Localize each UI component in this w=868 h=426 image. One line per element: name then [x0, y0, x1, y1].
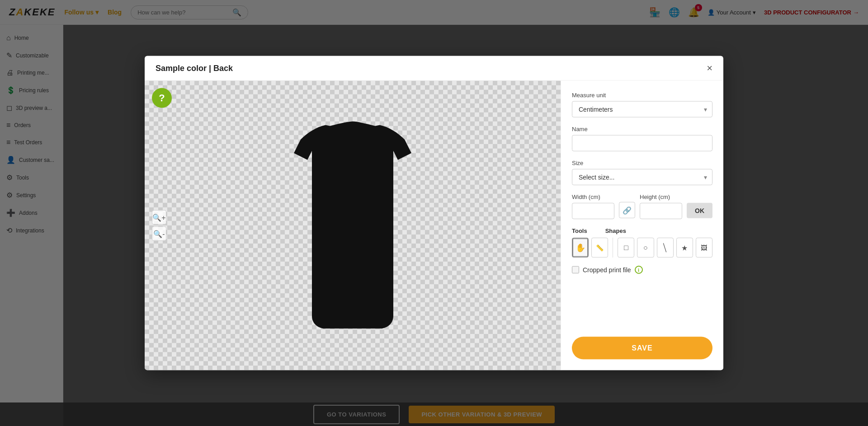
zoom-in-icon: 🔍+ [152, 213, 165, 222]
info-icon[interactable]: i [635, 266, 643, 274]
measure-unit-select[interactable]: Centimeters Inches Pixels [572, 101, 712, 118]
dimensions-row: Width (cm) 🔗 Height (cm) OK [572, 194, 712, 219]
size-field: Size Select size... ▾ [572, 160, 712, 185]
height-label: Height (cm) [640, 194, 682, 200]
modal-header: Sample color | Back × [145, 56, 723, 81]
image-icon: 🖼 [701, 244, 707, 251]
modal-title: Sample color | Back [156, 63, 233, 73]
shirt-preview [276, 117, 429, 334]
modal-body: ? 🔍+ 🔍- Measure uni [145, 81, 723, 370]
modal-close-button[interactable]: × [707, 63, 712, 73]
size-label: Size [572, 160, 712, 166]
name-label: Name [572, 126, 712, 133]
ruler-tool-button[interactable]: 📏 [591, 238, 608, 258]
star-icon: ★ [681, 243, 688, 252]
height-field: Height (cm) [640, 194, 682, 219]
save-button[interactable]: SAVE [572, 337, 712, 360]
square-icon: □ [624, 244, 628, 252]
shapes-label: Shapes [605, 227, 626, 234]
circle-icon: ○ [643, 244, 648, 252]
link-dimensions-button[interactable]: 🔗 [619, 202, 635, 218]
tools-divider [613, 238, 613, 258]
modal-dialog: Sample color | Back × ? 🔍+ 🔍- [145, 56, 723, 370]
tools-row: ✋ 📏 □ ○ ╱ [572, 238, 712, 258]
line-shape-button[interactable]: ╱ [657, 238, 674, 258]
cropped-print-file-checkbox[interactable] [572, 266, 579, 274]
circle-shape-button[interactable]: ○ [637, 238, 654, 258]
height-input[interactable] [640, 203, 682, 219]
cropped-print-file-row: Cropped print file i [572, 266, 712, 274]
hand-icon: ✋ [576, 243, 585, 253]
canvas-area[interactable]: ? 🔍+ 🔍- [145, 81, 561, 370]
measure-unit-label: Measure unit [572, 92, 712, 99]
right-panel: Measure unit Centimeters Inches Pixels ▾… [561, 81, 723, 370]
size-select[interactable]: Select size... [572, 169, 712, 185]
zoom-out-button[interactable]: 🔍- [152, 227, 166, 241]
ok-button[interactable]: OK [687, 203, 712, 218]
hand-tool-button[interactable]: ✋ [572, 238, 589, 258]
name-field: Name [572, 126, 712, 151]
ruler-icon: 📏 [596, 244, 604, 251]
width-field: Width (cm) [572, 194, 614, 219]
measure-unit-select-wrapper: Centimeters Inches Pixels ▾ [572, 101, 712, 118]
square-shape-button[interactable]: □ [618, 238, 634, 258]
tools-header: Tools Shapes [572, 227, 712, 234]
star-shape-button[interactable]: ★ [676, 238, 693, 258]
link-icon: 🔗 [623, 206, 632, 214]
name-input[interactable] [572, 135, 712, 151]
zoom-controls: 🔍+ 🔍- [152, 210, 166, 241]
line-icon: ╱ [660, 243, 670, 252]
zoom-in-button[interactable]: 🔍+ [152, 210, 166, 225]
width-label: Width (cm) [572, 194, 614, 200]
tools-section: Tools Shapes ✋ 📏 □ [572, 227, 712, 258]
zoom-out-icon: 🔍- [153, 229, 165, 238]
image-shape-button[interactable]: 🖼 [696, 238, 712, 258]
help-button[interactable]: ? [152, 88, 172, 108]
measure-unit-field: Measure unit Centimeters Inches Pixels ▾ [572, 92, 712, 118]
size-select-wrapper: Select size... ▾ [572, 169, 712, 185]
tools-label: Tools [572, 227, 587, 234]
cropped-print-file-label: Cropped print file [583, 266, 631, 274]
width-input[interactable] [572, 203, 614, 219]
